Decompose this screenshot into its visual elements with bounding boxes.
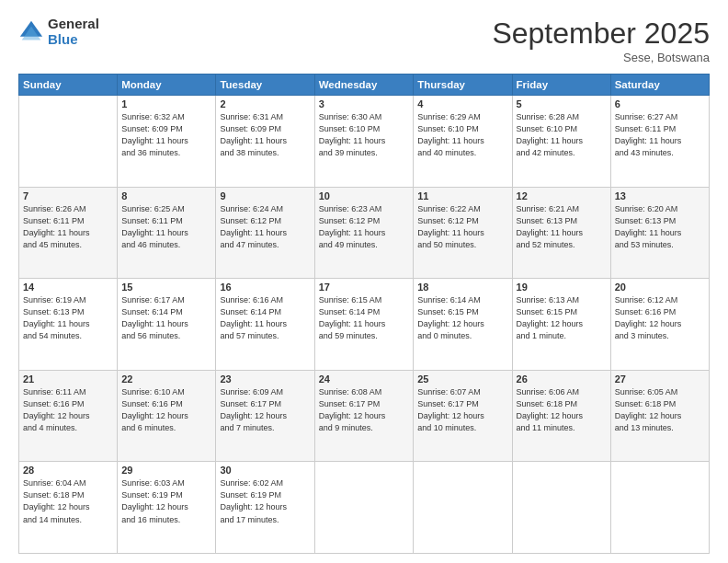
day-number: 3: [319, 98, 410, 109]
day-number: 16: [220, 282, 310, 293]
day-number: 26: [517, 373, 607, 385]
calendar-week-5: 28Sunrise: 6:04 AMSunset: 6:18 PMDayligh…: [19, 462, 710, 554]
day-info: Sunrise: 6:11 AMSunset: 6:16 PMDaylight:…: [23, 386, 113, 434]
day-number: 6: [615, 98, 705, 109]
day-number: 8: [121, 190, 211, 201]
day-info: Sunrise: 6:19 AMSunset: 6:13 PMDaylight:…: [23, 294, 113, 342]
calendar-cell-w4-d5: 25Sunrise: 6:07 AMSunset: 6:17 PMDayligh…: [414, 370, 512, 462]
day-number: 2: [220, 98, 310, 109]
header-monday: Monday: [118, 75, 216, 96]
day-number: 23: [220, 373, 310, 385]
day-number: 27: [615, 373, 705, 385]
calendar-cell-w4-d3: 23Sunrise: 6:09 AMSunset: 6:17 PMDayligh…: [216, 370, 314, 462]
day-info: Sunrise: 6:27 AMSunset: 6:11 PMDaylight:…: [615, 111, 705, 159]
calendar-subtitle: Sese, Botswana: [492, 51, 710, 64]
calendar-cell-w4-d6: 26Sunrise: 6:06 AMSunset: 6:18 PMDayligh…: [512, 370, 610, 462]
calendar-cell-w1-d1: [19, 96, 118, 188]
logo: General Blue: [18, 17, 99, 47]
calendar-week-3: 14Sunrise: 6:19 AMSunset: 6:13 PMDayligh…: [19, 279, 710, 371]
day-info: Sunrise: 6:06 AMSunset: 6:18 PMDaylight:…: [517, 386, 607, 434]
day-number: 21: [23, 373, 113, 385]
calendar-table: Sunday Monday Tuesday Wednesday Thursday…: [18, 74, 710, 554]
day-number: 9: [220, 190, 310, 201]
day-info: Sunrise: 6:21 AMSunset: 6:13 PMDaylight:…: [517, 203, 607, 251]
day-number: 18: [417, 282, 507, 293]
day-number: 5: [517, 98, 607, 109]
calendar-cell-w3-d2: 15Sunrise: 6:17 AMSunset: 6:14 PMDayligh…: [118, 279, 216, 371]
title-block: September 2025 Sese, Botswana: [492, 17, 710, 64]
calendar-cell-w4-d7: 27Sunrise: 6:05 AMSunset: 6:18 PMDayligh…: [610, 370, 709, 462]
day-number: 24: [319, 373, 410, 385]
calendar-cell-w3-d6: 19Sunrise: 6:13 AMSunset: 6:15 PMDayligh…: [512, 279, 610, 371]
calendar-cell-w5-d7: [610, 462, 709, 554]
header-saturday: Saturday: [610, 75, 709, 96]
logo-text: General Blue: [48, 17, 99, 47]
calendar-week-1: 1Sunrise: 6:32 AMSunset: 6:09 PMDaylight…: [19, 96, 710, 188]
calendar-week-2: 7Sunrise: 6:26 AMSunset: 6:11 PMDaylight…: [19, 187, 710, 279]
day-number: 30: [220, 465, 310, 476]
day-info: Sunrise: 6:24 AMSunset: 6:12 PMDaylight:…: [220, 203, 310, 251]
day-info: Sunrise: 6:04 AMSunset: 6:18 PMDaylight:…: [23, 477, 113, 525]
day-number: 22: [121, 373, 211, 385]
day-info: Sunrise: 6:13 AMSunset: 6:15 PMDaylight:…: [517, 294, 607, 342]
calendar-cell-w1-d5: 4Sunrise: 6:29 AMSunset: 6:10 PMDaylight…: [414, 96, 512, 188]
day-number: 25: [417, 373, 507, 385]
calendar-cell-w2-d1: 7Sunrise: 6:26 AMSunset: 6:11 PMDaylight…: [19, 187, 118, 279]
calendar-cell-w4-d4: 24Sunrise: 6:08 AMSunset: 6:17 PMDayligh…: [314, 370, 414, 462]
day-number: 1: [121, 98, 211, 109]
calendar-cell-w2-d6: 12Sunrise: 6:21 AMSunset: 6:13 PMDayligh…: [512, 187, 610, 279]
day-info: Sunrise: 6:15 AMSunset: 6:14 PMDaylight:…: [319, 294, 410, 342]
calendar-cell-w5-d1: 28Sunrise: 6:04 AMSunset: 6:18 PMDayligh…: [19, 462, 118, 554]
day-info: Sunrise: 6:22 AMSunset: 6:12 PMDaylight:…: [417, 203, 507, 251]
day-number: 19: [517, 282, 607, 293]
calendar-header-row: Sunday Monday Tuesday Wednesday Thursday…: [19, 75, 710, 96]
day-info: Sunrise: 6:30 AMSunset: 6:10 PMDaylight:…: [319, 111, 410, 159]
calendar-cell-w2-d7: 13Sunrise: 6:20 AMSunset: 6:13 PMDayligh…: [610, 187, 709, 279]
calendar-cell-w3-d5: 18Sunrise: 6:14 AMSunset: 6:15 PMDayligh…: [414, 279, 512, 371]
calendar-cell-w5-d4: [314, 462, 414, 554]
calendar-cell-w2-d4: 10Sunrise: 6:23 AMSunset: 6:12 PMDayligh…: [314, 187, 414, 279]
calendar-cell-w2-d3: 9Sunrise: 6:24 AMSunset: 6:12 PMDaylight…: [216, 187, 314, 279]
day-number: 17: [319, 282, 410, 293]
calendar-cell-w5-d6: [512, 462, 610, 554]
calendar-cell-w1-d3: 2Sunrise: 6:31 AMSunset: 6:09 PMDaylight…: [216, 96, 314, 188]
day-info: Sunrise: 6:23 AMSunset: 6:12 PMDaylight:…: [319, 203, 410, 251]
calendar-cell-w1-d2: 1Sunrise: 6:32 AMSunset: 6:09 PMDaylight…: [118, 96, 216, 188]
calendar-cell-w2-d2: 8Sunrise: 6:25 AMSunset: 6:11 PMDaylight…: [118, 187, 216, 279]
day-number: 15: [121, 282, 211, 293]
logo-blue: Blue: [48, 32, 99, 48]
day-number: 4: [417, 98, 507, 109]
calendar-cell-w3-d7: 20Sunrise: 6:12 AMSunset: 6:16 PMDayligh…: [610, 279, 709, 371]
calendar-cell-w5-d2: 29Sunrise: 6:03 AMSunset: 6:19 PMDayligh…: [118, 462, 216, 554]
day-info: Sunrise: 6:09 AMSunset: 6:17 PMDaylight:…: [220, 386, 310, 434]
day-info: Sunrise: 6:28 AMSunset: 6:10 PMDaylight:…: [517, 111, 607, 159]
day-number: 28: [23, 465, 113, 476]
day-info: Sunrise: 6:08 AMSunset: 6:17 PMDaylight:…: [319, 386, 410, 434]
calendar-cell-w2-d5: 11Sunrise: 6:22 AMSunset: 6:12 PMDayligh…: [414, 187, 512, 279]
day-info: Sunrise: 6:07 AMSunset: 6:17 PMDaylight:…: [417, 386, 507, 434]
header: General Blue September 2025 Sese, Botswa…: [18, 17, 710, 64]
day-number: 12: [517, 190, 607, 201]
logo-general: General: [48, 17, 99, 32]
day-number: 10: [319, 190, 410, 201]
day-info: Sunrise: 6:26 AMSunset: 6:11 PMDaylight:…: [23, 203, 113, 251]
day-info: Sunrise: 6:32 AMSunset: 6:09 PMDaylight:…: [121, 111, 211, 159]
calendar-cell-w5-d3: 30Sunrise: 6:02 AMSunset: 6:19 PMDayligh…: [216, 462, 314, 554]
day-info: Sunrise: 6:03 AMSunset: 6:19 PMDaylight:…: [121, 477, 211, 525]
day-number: 7: [23, 190, 113, 201]
day-info: Sunrise: 6:29 AMSunset: 6:10 PMDaylight:…: [417, 111, 507, 159]
calendar-cell-w3-d1: 14Sunrise: 6:19 AMSunset: 6:13 PMDayligh…: [19, 279, 118, 371]
header-wednesday: Wednesday: [314, 75, 414, 96]
calendar-cell-w4-d2: 22Sunrise: 6:10 AMSunset: 6:16 PMDayligh…: [118, 370, 216, 462]
page: General Blue September 2025 Sese, Botswa…: [0, 0, 728, 563]
day-info: Sunrise: 6:25 AMSunset: 6:11 PMDaylight:…: [121, 203, 211, 251]
logo-icon: [18, 19, 44, 45]
header-thursday: Thursday: [414, 75, 512, 96]
day-info: Sunrise: 6:02 AMSunset: 6:19 PMDaylight:…: [220, 477, 310, 525]
calendar-cell-w5-d5: [414, 462, 512, 554]
day-info: Sunrise: 6:17 AMSunset: 6:14 PMDaylight:…: [121, 294, 211, 342]
calendar-cell-w1-d6: 5Sunrise: 6:28 AMSunset: 6:10 PMDaylight…: [512, 96, 610, 188]
day-number: 20: [615, 282, 705, 293]
day-info: Sunrise: 6:16 AMSunset: 6:14 PMDaylight:…: [220, 294, 310, 342]
day-number: 13: [615, 190, 705, 201]
